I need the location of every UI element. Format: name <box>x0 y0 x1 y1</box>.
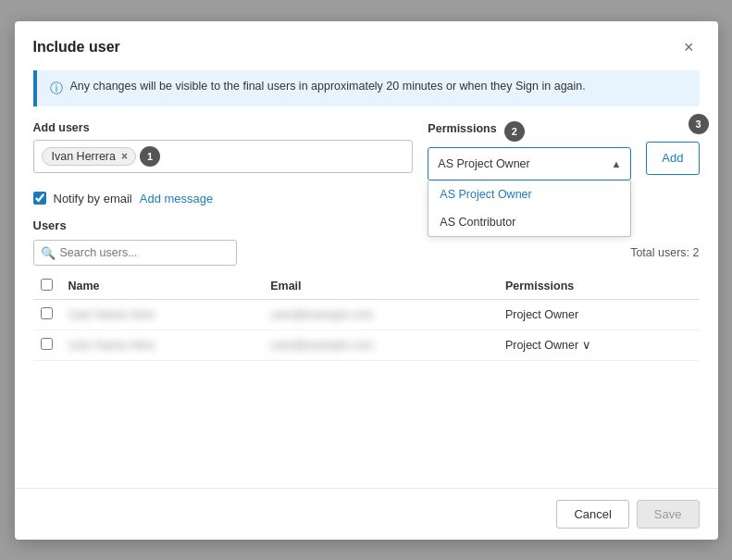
search-icon: 🔍 <box>41 245 56 259</box>
user-tag-remove[interactable]: × <box>121 151 128 162</box>
row-checkbox[interactable] <box>41 307 53 319</box>
search-wrapper: 🔍 <box>33 240 237 266</box>
permissions-dropdown-menu: AS Project Owner AS Contributor <box>428 180 631 237</box>
permissions-dropdown-wrapper: AS Project Owner ▲ AS Project Owner AS C… <box>428 147 631 180</box>
add-users-label: Add users <box>33 121 414 134</box>
col-permissions: Permissions <box>498 273 700 300</box>
badge-2: 2 <box>504 121 525 142</box>
add-button-wrapper: Add 3 <box>646 121 699 175</box>
info-icon: ⓘ <box>50 81 63 97</box>
cancel-button[interactable]: Cancel <box>556 500 628 529</box>
col-email: Email <box>263 273 498 300</box>
dropdown-item-project-owner[interactable]: AS Project Owner <box>428 180 630 208</box>
blurred-email: user@example.com <box>270 339 373 352</box>
modal-body: ⓘ Any changes will be visible to the fin… <box>15 70 718 488</box>
permissions-select[interactable]: AS Project Owner ▲ <box>428 147 631 180</box>
permission-text: Project Owner <box>505 339 578 352</box>
users-section: Users 🔍 Total users: 2 <box>33 218 700 361</box>
add-message-link[interactable]: Add message <box>140 192 214 205</box>
info-banner-text: Any changes will be visible to the final… <box>70 80 586 93</box>
row-permission: Project Owner <box>498 299 700 330</box>
table-row: User Name Here user@example.com Project … <box>33 330 700 360</box>
blurred-name: User Name Here <box>68 308 155 321</box>
user-tag-name: Ivan Herrera <box>52 150 116 163</box>
chevron-up-icon: ▲ <box>611 158 621 169</box>
info-banner: ⓘ Any changes will be visible to the fin… <box>33 70 700 106</box>
modal-header: Include user × <box>15 21 718 70</box>
search-input[interactable] <box>33 240 237 266</box>
blurred-email: user@example.com <box>270 308 373 321</box>
badge-1: 1 <box>140 146 160 167</box>
save-button[interactable]: Save <box>637 500 700 529</box>
blurred-name: User Name Here <box>68 339 155 352</box>
row-checkbox-cell <box>33 299 61 330</box>
add-users-section: Add users Ivan Herrera × 1 <box>33 121 414 173</box>
user-input-box[interactable]: Ivan Herrera × 1 <box>33 140 414 173</box>
row-name: User Name Here <box>61 299 264 330</box>
permissions-label: Permissions <box>428 122 496 135</box>
permissions-section: Permissions 2 AS Project Owner ▲ AS Proj… <box>428 121 631 180</box>
dropdown-item-contributor[interactable]: AS Contributor <box>428 208 630 236</box>
users-section-label: Users <box>33 218 67 232</box>
modal-title: Include user <box>33 39 120 56</box>
notify-checkbox[interactable] <box>33 192 46 205</box>
col-name: Name <box>61 273 264 300</box>
row-name: User Name Here <box>61 330 264 360</box>
select-all-checkbox[interactable] <box>41 279 53 291</box>
notify-label: Notify by email <box>54 192 132 205</box>
table-row: User Name Here user@example.com Project … <box>33 299 700 330</box>
close-button[interactable]: × <box>678 36 700 59</box>
permission-dropdown-trigger[interactable]: Project Owner ∨ <box>505 338 692 352</box>
search-total-row: 🔍 Total users: 2 <box>33 240 700 266</box>
row-checkbox[interactable] <box>41 338 53 350</box>
modal-dialog: Include user × ⓘ Any changes will be vis… <box>15 21 718 540</box>
row-checkbox-cell <box>33 330 61 360</box>
permissions-selected-text: AS Project Owner <box>438 157 529 170</box>
row-email: user@example.com <box>263 299 498 330</box>
chevron-down-icon: ∨ <box>582 338 591 352</box>
users-table: Name Email Permissions User Name Here <box>33 273 700 361</box>
badge-3: 3 <box>689 114 709 134</box>
add-button[interactable]: Add <box>646 142 699 175</box>
user-tag: Ivan Herrera × <box>42 147 137 166</box>
col-checkbox <box>33 273 61 300</box>
form-row: Add users Ivan Herrera × 1 <box>33 121 700 180</box>
modal-footer: Cancel Save <box>15 488 718 540</box>
modal-overlay: Include user × ⓘ Any changes will be vis… <box>0 0 732 560</box>
row-permission: Project Owner ∨ <box>498 330 700 360</box>
table-header-row: Name Email Permissions <box>33 273 700 300</box>
row-email: user@example.com <box>263 330 498 360</box>
total-users-label: Total users: 2 <box>630 246 699 259</box>
